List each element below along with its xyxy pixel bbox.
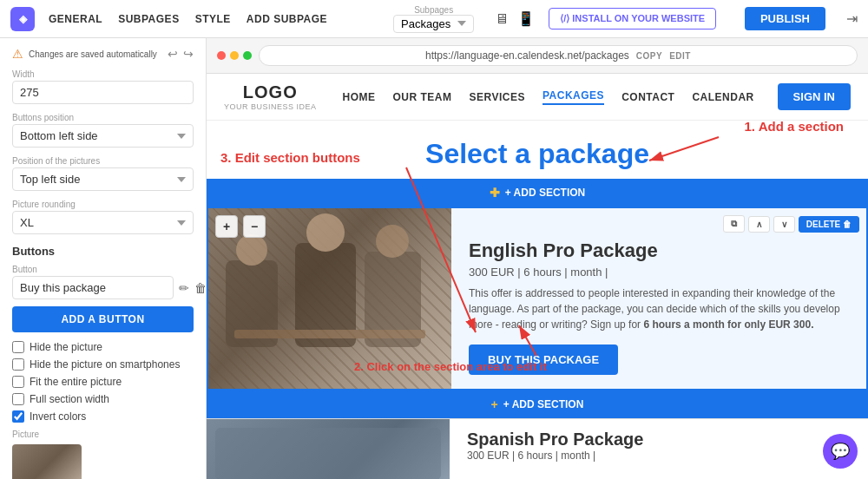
plus-icon-2: + [491,397,498,411]
copy-section-button[interactable]: ⧉ [723,215,745,233]
width-label: Width [12,69,194,79]
dot-red[interactable] [217,51,226,60]
edit-url-button[interactable]: EDIT [669,51,691,61]
package-image-1: + − [208,208,451,389]
site-logo-sub: YOUR BUSINESS IDEA [224,102,317,111]
nav-general[interactable]: GENERAL [49,13,102,25]
add-section-bar-middle[interactable]: + + ADD SECTION [207,390,868,418]
picture-position-field: Position of the pictures Top left side [12,156,194,191]
package-title-1: English Pro Package [469,240,849,262]
desktop-icon[interactable]: 🖥 [495,11,509,27]
copy-url-button[interactable]: COPY [636,51,662,61]
nav-add-subpage[interactable]: ADD SUBPAGE [247,13,327,25]
zoom-out-button[interactable]: − [243,215,266,238]
page-heading: Select a package [207,121,868,179]
invert-colors-label[interactable]: Invert colors [30,410,86,423]
buttons-position-select[interactable]: Bottom left side [12,124,194,148]
url-text: https://language-en.calendesk.net/packag… [425,49,629,62]
package-section-1[interactable]: ⧉ ∧ ∨ DELETE 🗑 [207,207,868,390]
nav-subpages[interactable]: SUBPAGES [118,13,179,25]
buttons-section-title: Buttons [12,245,194,258]
full-width-checkbox: Full section width [12,393,194,405]
nav-calendar[interactable]: CALENDAR [692,91,753,103]
nav-style[interactable]: STYLE [195,13,231,25]
buttons-position-field: Buttons position Bottom left side [12,113,194,148]
fit-picture-checkbox: Fit the entire picture [12,376,194,388]
width-input[interactable] [12,81,194,104]
install-button[interactable]: ⟨/⟩ INSTALL ON YOUR WEBSITE [549,8,716,30]
picture-rounding-field: Picture rounding XL [12,200,194,234]
package-meta-2: 300 EUR | 6 hours | month | [467,449,851,462]
button-name-input[interactable] [12,276,174,299]
package-info-2: Spanish Pro Package 300 EUR | 6 hours | … [450,419,868,479]
device-icons: 🖥 📱 [495,10,535,27]
move-up-button[interactable]: ∧ [748,216,770,233]
button-row: ✏ 🗑 [12,276,194,299]
picture-rounding-select[interactable]: XL [12,211,194,234]
picture-rounding-label: Picture rounding [12,200,194,209]
url-actions: COPY EDIT [636,51,691,61]
subpages-dropdown[interactable]: Packages [393,15,474,33]
saved-bar: ⚠ Changes are saved automatically ↩ ↪ [12,47,194,61]
hide-picture-checkbox: Hide the picture [12,341,194,353]
publish-button[interactable]: PUBLISH [745,7,825,30]
topbar-nav: GENERAL SUBPAGES STYLE ADD SUBPAGE [49,13,327,25]
dot-yellow[interactable] [230,51,239,60]
picture-position-select[interactable]: Top left side [12,167,194,191]
hide-smartphones-input[interactable] [12,358,24,371]
dot-green[interactable] [243,51,252,60]
move-down-button[interactable]: ∨ [773,216,795,233]
add-section-label-2: + ADD SECTION [503,398,584,410]
package-controls: + − [215,215,266,238]
hide-smartphones-checkbox: Hide the picture on smartphones [12,358,194,371]
content-area: ✚ + ADD SECTION ⧉ ∧ ∨ DELETE 🗑 [207,179,868,479]
package-info-1: English Pro Package 300 EUR | 6 hours | … [451,208,866,389]
browser-dots [217,51,252,60]
hide-picture-input[interactable] [12,341,24,353]
expand-icon[interactable]: ⇥ [846,10,858,27]
full-width-input[interactable] [12,393,24,405]
nav-packages[interactable]: PACKAGES [542,89,604,105]
edit-button-icon[interactable]: ✏ [179,281,189,295]
svg-point-9 [376,225,409,258]
fit-picture-label[interactable]: Fit the entire picture [30,376,122,388]
tablet-icon[interactable]: 📱 [517,10,535,27]
full-width-label[interactable]: Full section width [30,393,109,405]
delete-button-icon[interactable]: 🗑 [194,281,207,295]
undo-button[interactable]: ↩ [168,47,178,61]
add-button-btn[interactable]: ADD A BUTTON [12,306,194,332]
page-title: Select a package [207,138,868,170]
site-signin-button[interactable]: SIGN IN [778,83,851,110]
picture-thumb-image [12,444,82,479]
nav-our-team[interactable]: OUR TEAM [393,91,452,103]
nav-home[interactable]: HOME [343,91,376,103]
zoom-in-button[interactable]: + [215,215,238,238]
browser-chrome: https://language-en.calendesk.net/packag… [207,38,868,74]
svg-point-5 [236,234,267,266]
picture-section-label: Picture [12,430,194,439]
delete-section-button[interactable]: DELETE 🗑 [799,216,859,233]
main-layout: ⚠ Changes are saved automatically ↩ ↪ Wi… [0,38,868,479]
invert-colors-input[interactable] [12,410,24,423]
hide-smartphones-label[interactable]: Hide the picture on smartphones [30,358,180,371]
package-image-2-svg [207,419,450,479]
picture-position-label: Position of the pictures [12,156,194,166]
fit-picture-input[interactable] [12,376,24,388]
picture-thumbnail[interactable] [12,444,82,479]
chat-bubble[interactable]: 💬 [823,434,858,469]
redo-button[interactable]: ↪ [183,47,194,61]
nav-contact[interactable]: CONTACT [621,91,674,103]
add-section-bar-top[interactable]: ✚ + ADD SECTION [207,179,868,207]
buy-package-button-1[interactable]: BUY THIS PACKAGE [469,344,618,375]
package-section-2[interactable]: Spanish Pro Package 300 EUR | 6 hours | … [207,418,868,479]
package-title-2: Spanish Pro Package [467,430,851,449]
app-logo[interactable]: ◈ [10,7,35,31]
add-section-label: + ADD SECTION [505,187,586,199]
nav-services[interactable]: SERVICES [470,91,525,103]
chevron-down-icon [457,19,466,28]
buttons-position-label: Buttons position [12,113,194,122]
svg-rect-10 [234,330,425,338]
site-logo: LOGO YOUR BUSINESS IDEA [224,82,317,111]
plus-icon: ✚ [490,186,500,200]
hide-picture-label[interactable]: Hide the picture [30,341,102,353]
